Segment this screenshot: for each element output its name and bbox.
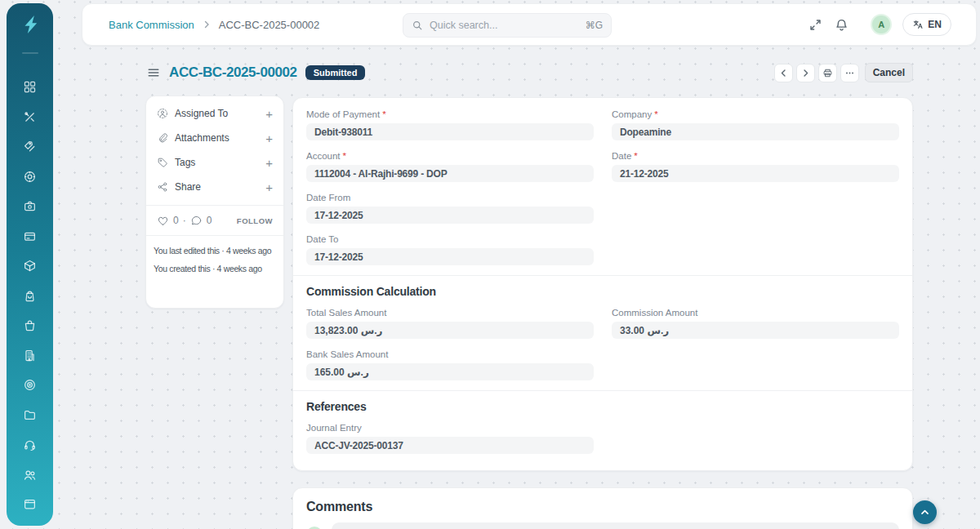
comment-composer bbox=[306, 522, 899, 529]
doc-info-panel: Assigned To + Attachments + Tags + Share… bbox=[145, 96, 284, 309]
logo-icon[interactable] bbox=[19, 13, 42, 36]
last-edited-link[interactable]: You last edited this · 4 weeks ago bbox=[146, 242, 283, 260]
comments-title: Comments bbox=[306, 500, 899, 514]
next-doc-button[interactable] bbox=[796, 64, 815, 82]
required-marker: * bbox=[343, 150, 346, 162]
tag-icon bbox=[157, 157, 168, 168]
comments-section: Comments bbox=[292, 487, 913, 529]
add-share-button[interactable]: + bbox=[265, 181, 273, 193]
commission-amount-label: Commission Amount bbox=[612, 307, 697, 318]
account-label: Account bbox=[306, 150, 341, 162]
menu-icon[interactable] bbox=[147, 66, 160, 79]
window-icon[interactable] bbox=[23, 497, 37, 511]
page-title: ACC-BC-2025-00002 bbox=[169, 64, 297, 81]
building-icon[interactable] bbox=[23, 349, 37, 362]
language-selector[interactable]: EN bbox=[902, 13, 951, 36]
date-to-input[interactable]: 17-12-2025 bbox=[306, 248, 594, 265]
search-shortcut: ⌘G bbox=[586, 20, 603, 31]
section-divider bbox=[293, 390, 912, 391]
share-label: Share bbox=[175, 181, 201, 193]
total-sales-amount-input[interactable]: 13,823.00 ر.س bbox=[306, 322, 594, 339]
date-input[interactable]: 21-12-2025 bbox=[612, 165, 899, 182]
add-attachment-button[interactable]: + bbox=[265, 132, 273, 144]
mode-of-payment-label: Mode of Payment bbox=[306, 109, 380, 120]
attachments-label: Attachments bbox=[175, 132, 229, 144]
prev-doc-button[interactable] bbox=[774, 64, 793, 82]
comment-icon[interactable] bbox=[190, 215, 203, 227]
date-from-label: Date From bbox=[306, 192, 350, 203]
bell-icon[interactable] bbox=[835, 18, 849, 32]
references-section-title: References bbox=[306, 400, 899, 413]
doc-toolbar: Cancel bbox=[774, 63, 913, 82]
add-tag-button[interactable]: + bbox=[265, 157, 273, 169]
apps-grid-icon[interactable] bbox=[23, 80, 37, 94]
print-button[interactable] bbox=[818, 64, 837, 82]
scroll-to-top-button[interactable] bbox=[913, 500, 937, 524]
translate-icon bbox=[912, 19, 924, 30]
commission-section-title: Commission Calculation bbox=[306, 285, 899, 298]
bank-sales-amount-input[interactable]: 165.00 ر.س bbox=[306, 363, 594, 380]
basket-icon[interactable] bbox=[23, 318, 37, 332]
like-count: 0 bbox=[173, 215, 179, 226]
card-icon[interactable] bbox=[23, 229, 37, 243]
add-assignment-button[interactable]: + bbox=[265, 108, 273, 120]
tools-icon[interactable] bbox=[23, 110, 37, 124]
form-column-right: Company* Dopeamine Date* 21-12-2025 bbox=[612, 109, 899, 275]
comment-input[interactable] bbox=[332, 522, 899, 529]
quick-search-input[interactable]: Quick search... ⌘G bbox=[403, 13, 612, 38]
breadcrumb: Bank Commission ACC-BC-2025-00002 bbox=[109, 19, 319, 31]
doc-title-row: ACC-BC-2025-00002 Submitted Cancel bbox=[147, 60, 913, 86]
heart-icon[interactable] bbox=[157, 215, 169, 227]
sidebar-divider bbox=[22, 52, 38, 54]
cancel-button[interactable]: Cancel bbox=[865, 63, 913, 82]
date-from-input[interactable]: 17-12-2025 bbox=[306, 207, 594, 224]
header-actions: A EN bbox=[808, 13, 951, 36]
dot-separator: · bbox=[183, 215, 186, 226]
users-icon[interactable] bbox=[23, 468, 37, 482]
field-mode-of-payment: Mode of Payment* Debit-938011 bbox=[306, 109, 594, 140]
headset-icon[interactable] bbox=[23, 438, 37, 451]
form-column-left: Mode of Payment* Debit-938011 Account* 1… bbox=[306, 109, 594, 275]
breadcrumb-current[interactable]: ACC-BC-2025-00002 bbox=[219, 19, 320, 31]
sidebar-nav bbox=[7, 80, 53, 529]
assigned-to-icon bbox=[157, 108, 168, 119]
language-label: EN bbox=[928, 19, 942, 30]
required-marker: * bbox=[382, 109, 385, 120]
app-sidebar bbox=[7, 3, 53, 526]
paperclip-icon bbox=[157, 132, 168, 144]
created-link[interactable]: You created this · 4 weeks ago bbox=[146, 260, 283, 278]
account-input[interactable]: 1112004 - Al-Rajhi-9699 - DOP bbox=[306, 165, 594, 182]
more-actions-button[interactable] bbox=[840, 64, 859, 82]
field-date-to: Date To 17-12-2025 bbox=[306, 233, 594, 265]
assigned-to-row[interactable]: Assigned To + bbox=[146, 101, 283, 126]
field-commission-amount: Commission Amount 33.00 ر.س bbox=[612, 307, 899, 339]
package-icon[interactable] bbox=[23, 259, 37, 273]
search-placeholder: Quick search... bbox=[430, 20, 579, 31]
date-label: Date bbox=[612, 150, 631, 162]
attachments-row[interactable]: Attachments + bbox=[146, 126, 283, 150]
commission-amount-input[interactable]: 33.00 ر.س bbox=[612, 322, 899, 339]
company-input[interactable]: Dopeamine bbox=[612, 123, 899, 140]
bank-icon[interactable] bbox=[23, 199, 37, 213]
shopping-bag-icon[interactable] bbox=[23, 289, 37, 303]
company-label: Company bbox=[612, 109, 652, 120]
fullscreen-icon[interactable] bbox=[808, 18, 822, 32]
share-row[interactable]: Share + bbox=[146, 175, 283, 199]
tags-label: Tags bbox=[175, 157, 195, 168]
mode-of-payment-input[interactable]: Debit-938011 bbox=[306, 123, 594, 140]
bank-sales-amount-label: Bank Sales Amount bbox=[306, 349, 388, 360]
journal-entry-label: Journal Entry bbox=[306, 422, 362, 433]
field-company: Company* Dopeamine bbox=[612, 109, 899, 140]
avatar[interactable]: A bbox=[872, 16, 890, 33]
globe-icon[interactable] bbox=[23, 170, 37, 184]
tags-row[interactable]: Tags + bbox=[146, 150, 283, 175]
field-date: Date* 21-12-2025 bbox=[612, 150, 899, 182]
follow-button[interactable]: FOLLOW bbox=[237, 216, 273, 225]
quality-icon[interactable] bbox=[23, 378, 37, 392]
tags-icon[interactable] bbox=[23, 140, 37, 153]
share-icon bbox=[157, 181, 168, 193]
date-to-label: Date To bbox=[306, 233, 338, 245]
breadcrumb-parent-link[interactable]: Bank Commission bbox=[109, 19, 194, 31]
journal-entry-input[interactable]: ACC-JV-2025-00137 bbox=[306, 437, 594, 454]
folder-icon[interactable] bbox=[23, 408, 37, 422]
